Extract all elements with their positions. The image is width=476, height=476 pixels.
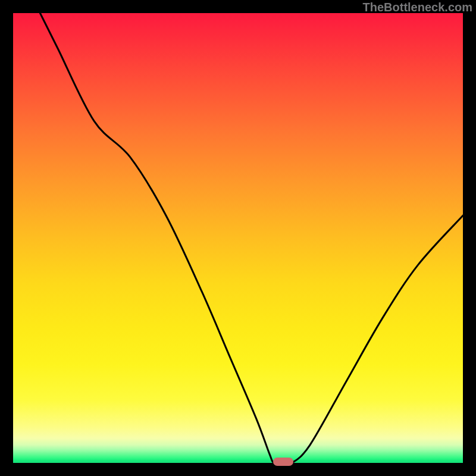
bottleneck-curve bbox=[13, 13, 463, 463]
watermark-text: TheBottleneck.com bbox=[363, 1, 472, 14]
min-marker bbox=[273, 458, 293, 466]
chart-frame: TheBottleneck.com bbox=[0, 0, 476, 476]
